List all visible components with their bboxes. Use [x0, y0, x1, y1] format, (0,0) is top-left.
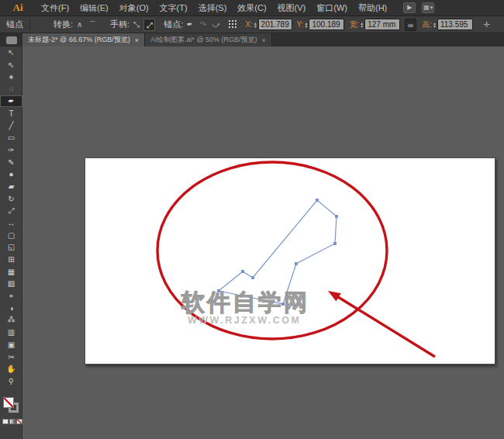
tabs: 未标题-2* @ 66.67% (RGB/预览)×Ai绘制图案.ai* @ 50…	[22, 33, 272, 47]
tool-list: ↖⇖✶◌✒T╱▭✑✎●▰↻⤢↔▢◱⊞▦▧⌖◑⁂▥▣✂✋⚲	[0, 47, 22, 387]
type-tool[interactable]: T	[0, 107, 22, 119]
slice-tool[interactable]: ✂	[0, 351, 22, 363]
column-graph-tool[interactable]: ▥	[0, 327, 22, 339]
anchor-point-2[interactable]	[251, 276, 254, 279]
tab-label: Ai绘制图案.ai* @ 50% (RGB/预览)	[150, 35, 257, 45]
tools-panel: ↖⇖✶◌✒T╱▭✑✎●▰↻⤢↔▢◱⊞▦▧⌖◑⁂▥▣✂✋⚲	[0, 47, 22, 439]
tab-close-icon[interactable]: ×	[262, 36, 266, 44]
document-tab-0[interactable]: 未标题-2* @ 66.67% (RGB/预览)×	[22, 33, 145, 47]
free-transform-tool[interactable]: ▢	[0, 229, 22, 241]
reference-point-icon[interactable]	[229, 20, 237, 29]
color-mode-button[interactable]	[2, 419, 9, 424]
menu-items: 文件(F)编辑(E)对象(O)文字(T)选择(S)效果(C)视图(V)窗口(W)…	[36, 1, 392, 16]
fill-none-swatch[interactable]	[3, 397, 14, 408]
y-field[interactable]	[309, 19, 344, 30]
perspective-grid-tool[interactable]: ⊞	[0, 254, 22, 266]
artwork-layer: 软件自学网WWW.RJZXW.COM	[22, 47, 504, 439]
menu-item-3[interactable]: 文字(T)	[154, 1, 193, 16]
connect-path-button[interactable]: ↷	[197, 19, 209, 31]
convert-to-smooth-button[interactable]: ⌒	[87, 19, 98, 31]
scale-tool[interactable]: ⤢	[0, 205, 22, 217]
convert-label: 转换:	[54, 19, 73, 30]
height-field-label: 高:	[422, 19, 432, 30]
watermark-url: WWW.RJZXW.COM	[188, 315, 301, 326]
menu-bar: Ai 文件(F)编辑(E)对象(O)文字(T)选择(S)效果(C)视图(V)窗口…	[0, 0, 504, 16]
lasso-tool[interactable]: ◌	[0, 83, 22, 95]
width-field[interactable]	[364, 19, 400, 30]
eraser-tool[interactable]: ▰	[0, 181, 22, 193]
arrange-documents-icon[interactable]: ▶	[403, 2, 416, 13]
menu-item-6[interactable]: 视图(V)	[272, 1, 312, 16]
blob-brush-tool[interactable]: ●	[0, 168, 22, 181]
pencil-tool[interactable]: ✎	[0, 156, 22, 168]
height-field[interactable]	[437, 19, 473, 30]
x-stepper[interactable]: ▲▼	[254, 22, 257, 28]
cut-path-button[interactable]: ⤻	[210, 19, 222, 31]
zoom-tool[interactable]: ⚲	[0, 375, 22, 388]
menu-item-7[interactable]: 窗口(W)	[311, 1, 353, 16]
workspace-switcher-icon[interactable]: ▦▾	[422, 2, 434, 13]
gradient-mode-button[interactable]	[9, 419, 16, 424]
anchor-tools-label: 锚点:	[164, 19, 183, 30]
y-field-label: Y:	[297, 20, 304, 29]
symbol-sprayer-tool[interactable]: ⁂	[0, 314, 22, 327]
shape-builder-tool[interactable]: ◱	[0, 241, 22, 254]
illustrator-window: Ai 文件(F)编辑(E)对象(O)文字(T)选择(S)效果(C)视图(V)窗口…	[0, 0, 504, 439]
rotate-tool[interactable]: ↻	[0, 192, 22, 205]
canvas-pasteboard[interactable]: 软件自学网WWW.RJZXW.COM	[22, 47, 504, 439]
menu-item-5[interactable]: 效果(C)	[232, 1, 271, 16]
magic-wand-tool[interactable]: ✶	[0, 71, 22, 83]
anchor-point-4[interactable]	[335, 215, 338, 218]
y-stepper[interactable]: ▲▼	[305, 22, 309, 28]
artboard-tool[interactable]: ▣	[0, 339, 22, 351]
menu-item-8[interactable]: 帮助(H)	[353, 1, 392, 16]
blue-drawn-path[interactable]	[219, 200, 337, 304]
anchor-point-3[interactable]	[316, 199, 319, 202]
document-tab-bar: 未标题-2* @ 66.67% (RGB/预览)×Ai绘制图案.ai* @ 50…	[0, 33, 504, 47]
line-segment-tool[interactable]: ╱	[0, 119, 22, 132]
show-handles-button[interactable]: ⤡	[130, 19, 142, 31]
hide-handles-button[interactable]: ⤢	[143, 19, 155, 31]
selection-tool[interactable]: ↖	[0, 47, 22, 59]
document-tab-1[interactable]: Ai绘制图案.ai* @ 50% (RGB/预览)×	[145, 33, 272, 47]
width-stepper[interactable]: ▲▼	[360, 22, 364, 28]
app-logo: Ai	[0, 2, 36, 14]
menu-item-4[interactable]: 选择(S)	[193, 1, 233, 16]
eyedropper-tool[interactable]: ⌖	[0, 290, 22, 302]
gradient-tool[interactable]: ▧	[0, 278, 22, 290]
menu-item-2[interactable]: 对象(O)	[114, 1, 154, 16]
menu-item-0[interactable]: 文件(F)	[36, 1, 74, 16]
x-field[interactable]	[258, 19, 292, 30]
blend-tool[interactable]: ◑	[0, 302, 22, 314]
direct-selection-tool[interactable]: ⇖	[0, 59, 22, 71]
handles-label: 手柄:	[110, 19, 129, 30]
anchor-label: 锚点	[6, 19, 23, 30]
width-tool[interactable]: ↔	[0, 217, 22, 230]
anchor-point-5[interactable]	[333, 242, 337, 245]
mesh-tool[interactable]: ▦	[0, 265, 22, 278]
tab-close-icon[interactable]: ×	[135, 36, 139, 44]
anchor-point-6[interactable]	[295, 262, 298, 265]
transform-icon[interactable]: ✛	[481, 19, 492, 31]
anchor-point-1[interactable]	[241, 270, 244, 273]
watermark-title: 软件自学网	[181, 289, 309, 315]
remove-anchor-button[interactable]: ✒	[184, 19, 195, 31]
main-area: ↖⇖✶◌✒T╱▭✑✎●▰↻⤢↔▢◱⊞▦▧⌖◑⁂▥▣✂✋⚲ 软件自学网WWW.RJ…	[0, 47, 504, 439]
menu-item-1[interactable]: 编辑(E)	[74, 1, 114, 16]
tab-label: 未标题-2* @ 66.67% (RGB/预览)	[28, 35, 130, 45]
x-field-label: X:	[245, 20, 252, 29]
menu-right-icons: ▶ ▦▾	[403, 2, 434, 13]
constrain-proportions-icon[interactable]: ∞	[405, 19, 416, 31]
none-mode-button[interactable]	[16, 419, 22, 424]
separator	[29, 19, 30, 31]
paintbrush-tool[interactable]: ✑	[0, 144, 22, 157]
tools-panel-gripper[interactable]	[0, 33, 22, 47]
rectangle-tool[interactable]: ▭	[0, 132, 22, 144]
pen-tool[interactable]: ✒	[0, 95, 22, 108]
red-arrow-line	[337, 296, 435, 357]
convert-to-corner-button[interactable]: ∧	[74, 19, 85, 31]
height-stepper[interactable]: ▲▼	[433, 22, 437, 28]
hand-tool[interactable]: ✋	[0, 363, 22, 375]
red-arrow-head	[328, 291, 341, 301]
fill-stroke-controls	[0, 392, 22, 433]
